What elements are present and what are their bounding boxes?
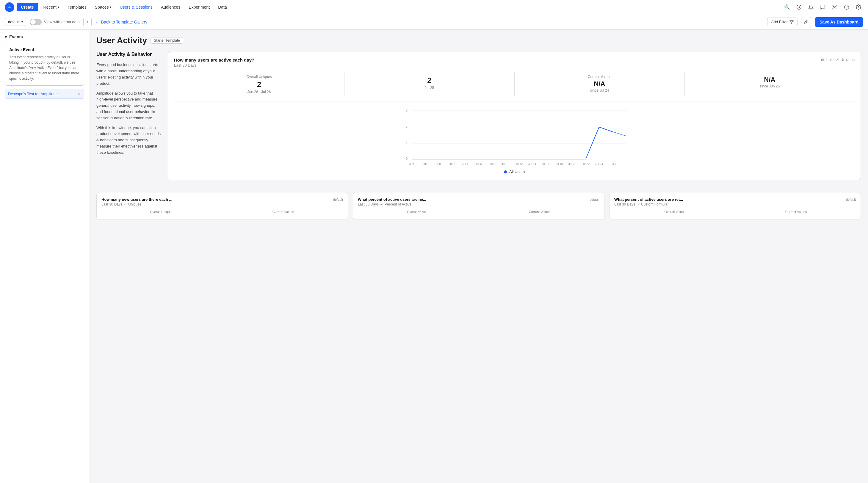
chat-icon[interactable]	[818, 2, 828, 12]
chart-stats-row: Overall Uniques 2 Jun 26 - Jul 26 2 Jul …	[174, 72, 855, 101]
stat-overall-uniques: Overall Uniques 2 Jun 26 - Jul 26	[174, 72, 344, 96]
nav-recent[interactable]: Recent ▾	[40, 3, 62, 11]
svg-line-4	[835, 7, 836, 9]
svg-text:Jul 2: Jul 2	[448, 162, 455, 166]
app-logo[interactable]: A	[5, 2, 14, 12]
svg-marker-8	[790, 20, 793, 24]
demo-data-toggle-wrap: View with demo data	[30, 19, 80, 25]
demo-data-toggle[interactable]	[30, 19, 42, 25]
page-title-row: User Activity Starter Template	[96, 36, 861, 45]
page-title: User Activity	[96, 36, 147, 45]
second-bar: default ▾ View with demo data ‹ ← Back t…	[0, 14, 868, 30]
scissors-icon[interactable]	[830, 2, 839, 12]
sidebar: ▾ Events Active Event This event represe…	[0, 30, 89, 483]
line-chart-svg: 3 2 1 0 Jun	[174, 106, 855, 166]
svg-text:Jul 10: Jul 10	[501, 162, 509, 166]
svg-text:Jul 14: Jul 14	[528, 162, 536, 166]
bottom-cards-row: How many new users are there each ... de…	[96, 192, 861, 220]
svg-text:30: 30	[437, 165, 440, 166]
active-event-title: Active Event	[9, 47, 80, 52]
nav-templates[interactable]: Templates	[65, 3, 90, 11]
arrow-left-icon: ←	[95, 20, 99, 24]
chart-area: 3 2 1 0 Jun	[174, 106, 855, 174]
bell-icon[interactable]	[806, 2, 816, 12]
chart-title-section: How many users are active each day? Last…	[174, 57, 809, 67]
chart-period: Last 30 Days	[174, 63, 809, 67]
svg-line-5	[834, 6, 835, 7]
nav-users-sessions[interactable]: Users & Sessions	[117, 3, 155, 11]
svg-text:Jul 12: Jul 12	[515, 162, 523, 166]
description-panel: User Activity & Behavior Every good busi…	[96, 51, 162, 186]
bc-header-percent-retained: What percent of active users are ret... …	[614, 197, 856, 202]
stat-current-since-jul24: Current Values N/A since Jul 24	[514, 72, 684, 96]
svg-text:28: 28	[423, 165, 427, 166]
help-icon[interactable]	[842, 2, 851, 12]
stat-current-since-jun26: N/A since Jun 26	[684, 72, 855, 96]
remove-event-tag-button[interactable]: ✕	[78, 91, 81, 96]
nav-audiences[interactable]: Audiences	[158, 3, 183, 11]
event-tag[interactable]: Descope's Test for Amplitude ✕	[5, 89, 84, 99]
chart-title: How many users are active each day?	[174, 57, 809, 62]
svg-point-6	[844, 5, 849, 9]
svg-text:Jul 20: Jul 20	[568, 162, 577, 166]
svg-text:Jul 8: Jul 8	[489, 162, 495, 166]
link-icon	[804, 20, 808, 24]
bc-header-percent-new: What percent of active users are ne... d…	[358, 197, 599, 202]
nav-experiment[interactable]: Experiment	[186, 3, 213, 11]
chart-legend: All Users	[174, 169, 855, 174]
main-layout: ▾ Events Active Event This event represe…	[0, 30, 868, 483]
trend-icon	[123, 202, 127, 206]
chart-meta: default Uniques	[821, 57, 855, 62]
send-icon[interactable]	[794, 2, 804, 12]
main-content: User Activity Starter Template User Acti…	[89, 30, 868, 483]
chevron-down-icon: ▾	[22, 20, 23, 24]
svg-line-17	[613, 132, 626, 136]
collapse-sidebar-button[interactable]: ‹	[83, 18, 92, 26]
description-para1: Every good business decision starts with…	[96, 62, 162, 87]
main-chart-card: How many users are active each day? Last…	[168, 51, 861, 180]
chart-header: How many users are active each day? Last…	[174, 57, 855, 67]
legend-dot	[504, 170, 507, 173]
svg-text:3: 3	[406, 108, 407, 112]
share-link-button[interactable]	[801, 17, 811, 27]
svg-text:2: 2	[406, 125, 407, 129]
description-para3: With this knowledge, you can align produ…	[96, 125, 162, 156]
description-para2: Amplitude allows you to take that high-l…	[96, 90, 162, 121]
nav-spaces[interactable]: Spaces ▾	[92, 3, 115, 11]
bc-header-new-users: How many new users are there each ... de…	[101, 197, 343, 202]
chevron-down-icon: ▾	[110, 5, 111, 9]
svg-text:Jul 16: Jul 16	[542, 162, 550, 166]
settings-icon[interactable]	[854, 2, 863, 12]
active-event-card: Active Event This event represents activ…	[5, 43, 84, 86]
starter-template-badge: Starter Template	[151, 37, 183, 44]
top-content-row: User Activity & Behavior Every good busi…	[96, 51, 861, 186]
svg-text:Jul...: Jul...	[612, 162, 618, 166]
svg-text:0: 0	[406, 157, 407, 160]
trend-icon	[636, 202, 640, 206]
save-dashboard-button[interactable]: Save As Dashboard	[815, 17, 863, 27]
add-filter-button[interactable]: Add Filter	[767, 18, 798, 26]
events-section-header[interactable]: ▾ Events	[5, 34, 84, 39]
back-to-gallery-link[interactable]: ← Back to Template Gallery	[95, 20, 147, 24]
svg-point-1	[833, 5, 834, 6]
svg-text:Jul 18: Jul 18	[555, 162, 563, 166]
top-nav: A Create Recent ▾ Templates Spaces ▾ Use…	[0, 0, 868, 14]
create-button[interactable]: Create	[17, 3, 38, 11]
svg-point-2	[833, 8, 834, 9]
search-icon[interactable]: 🔍	[782, 2, 792, 12]
active-event-description: This event represents activity a user is…	[9, 55, 80, 81]
svg-point-7	[858, 6, 859, 8]
chevron-down-icon: ▾	[58, 5, 59, 9]
bottom-card-new-users: How many new users are there each ... de…	[96, 192, 348, 220]
svg-text:1: 1	[406, 141, 407, 145]
svg-text:Jul 4: Jul 4	[462, 162, 468, 166]
bottom-card-percent-retained: What percent of active users are ret... …	[609, 192, 861, 220]
trend-icon	[380, 202, 383, 206]
svg-text:26: 26	[410, 165, 413, 166]
svg-text:Jul 6: Jul 6	[475, 162, 482, 166]
description-heading: User Activity & Behavior	[96, 51, 162, 58]
chevron-down-icon: ▾	[5, 34, 7, 39]
default-dropdown[interactable]: default ▾	[5, 18, 26, 26]
nav-data[interactable]: Data	[215, 3, 230, 11]
svg-text:Jul 24: Jul 24	[595, 162, 603, 166]
